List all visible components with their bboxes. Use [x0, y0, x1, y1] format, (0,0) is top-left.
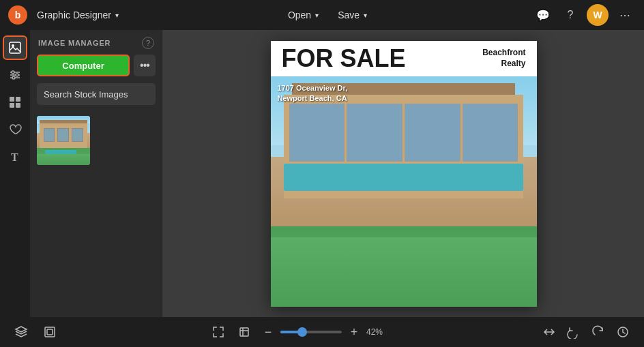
zoom-slider[interactable] [280, 331, 342, 333]
thumb-window [72, 128, 83, 142]
zoom-controls: − + 42% [260, 324, 391, 340]
filters-panel-button[interactable] [3, 63, 27, 87]
bottom-center: − + 42% [208, 322, 391, 342]
images-panel-button[interactable] [3, 35, 27, 60]
search-stock-button[interactable]: Search Stock Images [37, 83, 156, 105]
svg-rect-14 [47, 329, 53, 335]
open-chevron: ▾ [315, 12, 319, 19]
app-name-chevron: ▾ [115, 12, 119, 19]
svg-rect-0 [10, 42, 20, 53]
flyer-top-bar: FOR SALE Beachfront Realty [271, 41, 537, 76]
svg-rect-11 [16, 103, 20, 108]
topbar-right: 💬 ? W ⋯ [532, 4, 636, 26]
svg-point-6 [16, 74, 18, 76]
svg-text:T: T [11, 151, 18, 163]
computer-button[interactable]: Computer [37, 55, 130, 76]
image-manager-panel: IMAGE MANAGER ? Computer ••• Search Stoc… [30, 30, 163, 317]
canvas-area[interactable]: FOR SALE Beachfront Realty [163, 30, 644, 317]
svg-rect-9 [16, 97, 20, 102]
layers-button[interactable] [11, 322, 31, 342]
panel-actions: Computer ••• [30, 55, 162, 83]
comment-button[interactable]: 💬 [532, 4, 554, 26]
grid-panel-button[interactable] [3, 90, 27, 115]
favorites-panel-button[interactable] [3, 117, 27, 142]
panel-images [30, 112, 162, 169]
thumb-body [40, 123, 87, 148]
help-button[interactable]: ? [559, 4, 581, 26]
more-options-button[interactable]: ••• [134, 55, 156, 76]
flip-button[interactable] [539, 322, 559, 342]
thumbnail-house-photo [37, 116, 90, 165]
panel-header: IMAGE MANAGER ? [30, 30, 162, 55]
app-logo[interactable]: b [8, 5, 27, 25]
fit-button[interactable] [208, 322, 229, 342]
svg-point-7 [12, 76, 15, 79]
save-chevron: ▾ [364, 12, 367, 19]
thumb-grass [37, 154, 90, 165]
zoom-thumb[interactable] [297, 327, 307, 337]
topbar-center: Open ▾ Save ▾ [280, 6, 375, 24]
save-button[interactable]: Save ▾ [330, 6, 375, 24]
image-thumbnail[interactable] [37, 116, 90, 165]
crop-button[interactable] [234, 322, 254, 342]
redo-button[interactable] [588, 322, 609, 342]
undo-button[interactable] [564, 322, 584, 342]
zoom-track [280, 331, 299, 333]
svg-rect-13 [45, 327, 55, 337]
canvas-document: FOR SALE Beachfront Realty [271, 41, 537, 307]
flyer-image: 1707 Oceanview Dr, Newport Beach, CA [271, 76, 537, 307]
thumb-windows [44, 128, 84, 142]
bottom-right [539, 322, 633, 342]
panel-title: IMAGE MANAGER [38, 39, 111, 47]
topbar-more-button[interactable]: ⋯ [614, 4, 636, 26]
flyer-realty: Beachfront Realty [482, 48, 525, 69]
open-button[interactable]: Open ▾ [280, 6, 327, 24]
history-button[interactable] [613, 322, 633, 342]
zoom-out-button[interactable]: − [260, 324, 276, 340]
text-panel-button[interactable]: T [3, 145, 27, 169]
flyer-for-sale: FOR SALE [282, 46, 406, 71]
svg-point-5 [12, 71, 14, 74]
svg-rect-10 [10, 103, 14, 108]
flyer-house-photo: 1707 Oceanview Dr, Newport Beach, CA [271, 76, 537, 307]
user-avatar[interactable]: W [587, 4, 609, 26]
thumb-window [44, 128, 55, 142]
topbar: b Graphic Designer ▾ Open ▾ Save ▾ 💬 ? W… [0, 0, 644, 30]
flyer-address: 1707 Oceanview Dr, Newport Beach, CA [278, 83, 348, 104]
icon-rail: T [0, 30, 30, 317]
main-area: T IMAGE MANAGER ? Computer ••• Search St… [0, 30, 644, 317]
frames-button[interactable] [40, 322, 60, 342]
zoom-in-button[interactable]: + [346, 324, 362, 340]
zoom-percent: 42% [366, 327, 391, 337]
panel-help-button[interactable]: ? [142, 37, 154, 49]
bottombar: − + 42% [0, 317, 644, 347]
app-name-button[interactable]: Graphic Designer ▾ [33, 7, 123, 23]
svg-rect-8 [10, 97, 14, 102]
thumb-window [57, 128, 69, 142]
svg-rect-15 [240, 328, 248, 336]
